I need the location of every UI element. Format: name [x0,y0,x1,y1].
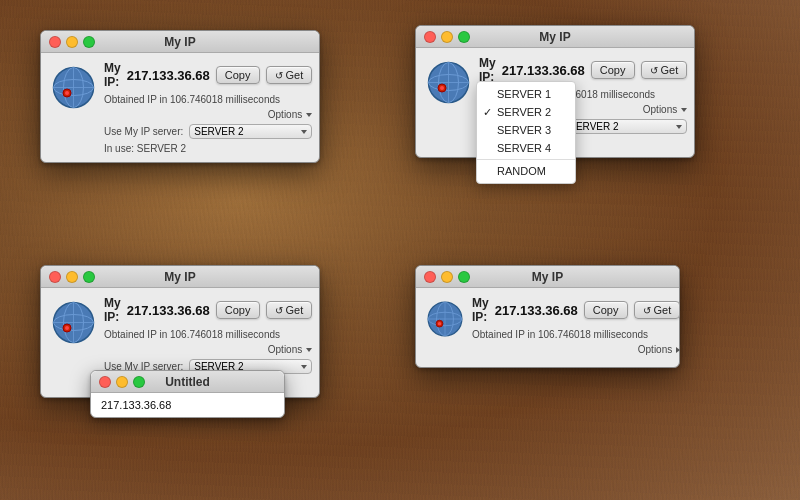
server-select-tr[interactable]: SERVER 2 [564,119,687,134]
refresh-icon-tr: ↺ [650,65,658,76]
server-chevron-tr [676,125,682,129]
get-button-br[interactable]: ↺ Get [634,301,681,319]
window-body-tr: My IP: 217.133.36.68 Copy ↺ Get Obtained… [416,48,694,157]
window-content-br: My IP: 217.133.36.68 Copy ↺ Get Obtained… [472,296,680,359]
minimize-button-bl[interactable] [66,271,78,283]
dropdown-item-server2[interactable]: SERVER 2 [477,103,575,121]
window-content-tr: My IP: 217.133.36.68 Copy ↺ Get Obtained… [479,56,687,149]
dropdown-item-server3[interactable]: SERVER 3 [477,121,575,139]
dropdown-item-server4[interactable]: SERVER 4 [477,139,575,157]
options-button-tl[interactable]: Options [268,109,312,120]
close-button-br[interactable] [424,271,436,283]
close-button-bl[interactable] [49,271,61,283]
options-row-bl: Options [104,344,312,355]
options-button-br[interactable]: Options [638,344,680,355]
title-bar-untitled: Untitled [91,371,284,393]
traffic-lights-bl [49,271,95,283]
traffic-lights-br [424,271,470,283]
obtained-text-br: Obtained IP in 106.746018 milliseconds [472,329,680,340]
maximize-button-br[interactable] [458,271,470,283]
window-body-br: My IP: 217.133.36.68 Copy ↺ Get Obtained… [416,288,679,367]
maximize-button-bl[interactable] [83,271,95,283]
maximize-button-untitled[interactable] [133,376,145,388]
title-bar-br: My IP [416,266,679,288]
globe-icon-bl [51,300,96,345]
ip-row-bl: My IP: 217.133.36.68 Copy ↺ Get [104,296,312,324]
dropdown-item-random[interactable]: RANDOM [477,162,575,180]
untitled-window: Untitled 217.133.36.68 [90,370,285,418]
server-select-tl[interactable]: SERVER 2 [189,124,312,139]
traffic-lights-untitled [99,376,145,388]
options-chevron-tr [681,108,687,112]
title-bar-bl: My IP [41,266,319,288]
options-chevron-bl [306,348,312,352]
options-row-br: Options [472,344,680,355]
get-button-tl[interactable]: ↺ Get [266,66,313,84]
server-chevron-bl [301,365,307,369]
in-use-tl: In use: SERVER 2 [104,143,312,154]
get-button-tr[interactable]: ↺ Get [641,61,688,79]
server-chevron-tl [301,130,307,134]
server-label-tl: Use My IP server: [104,126,183,137]
dropdown-item-server1[interactable]: SERVER 1 [477,85,575,103]
server-row-tl: Use My IP server: SERVER 2 [104,124,312,139]
traffic-lights-tl [49,36,95,48]
minimize-button-br[interactable] [441,271,453,283]
svg-point-20 [65,326,69,330]
refresh-icon-br: ↺ [643,305,651,316]
close-button-tr[interactable] [424,31,436,43]
close-button-tl[interactable] [49,36,61,48]
copy-button-br[interactable]: Copy [584,301,628,319]
svg-point-13 [440,86,444,90]
traffic-lights-tr [424,31,470,43]
window-content-tl: My IP: 217.133.36.68 Copy ↺ Get Obtained… [104,61,312,154]
options-chevron-tl [306,113,312,117]
copy-button-tr[interactable]: Copy [591,61,635,79]
main-window-top-left: My IP My IP: 217.133.36.68 [40,30,320,163]
dropdown-divider [477,159,575,160]
ip-label-br: My IP: [472,296,489,324]
options-button-bl[interactable]: Options [268,344,312,355]
ip-value-tl: 217.133.36.68 [127,68,210,83]
close-button-untitled[interactable] [99,376,111,388]
svg-point-6 [65,91,69,95]
options-row-tl: Options [104,109,312,120]
copy-button-tl[interactable]: Copy [216,66,260,84]
minimize-button-tr[interactable] [441,31,453,43]
maximize-button-tr[interactable] [458,31,470,43]
obtained-text-tl: Obtained IP in 106.746018 milliseconds [104,94,312,105]
ip-row-tl: My IP: 217.133.36.68 Copy ↺ Get [104,61,312,89]
refresh-icon-tl: ↺ [275,70,283,81]
ip-label-tl: My IP: [104,61,121,89]
maximize-button-tl[interactable] [83,36,95,48]
svg-point-27 [438,322,441,325]
globe-area-tr [426,56,471,107]
ip-value-bl: 217.133.36.68 [127,303,210,318]
ip-label-bl: My IP: [104,296,121,324]
ip-value-br: 217.133.36.68 [495,303,578,318]
untitled-content: 217.133.36.68 [101,399,274,411]
window-body-tl: My IP: 217.133.36.68 Copy ↺ Get Obtained… [41,53,319,162]
ip-value-tr: 217.133.36.68 [502,63,585,78]
refresh-icon-bl: ↺ [275,305,283,316]
ip-row-tr: My IP: 217.133.36.68 Copy ↺ Get [479,56,687,84]
options-chevron-br [676,347,680,353]
main-window-bottom-right: My IP My IP: 217.133.36.68 Copy [415,265,680,368]
globe-icon-tr [426,60,471,105]
untitled-body: 217.133.36.68 [91,393,284,417]
main-window-top-right: My IP My IP: 217.133.36.68 Copy [415,25,695,158]
minimize-button-tl[interactable] [66,36,78,48]
title-bar-tl: My IP [41,31,319,53]
minimize-button-untitled[interactable] [116,376,128,388]
globe-area-bl [51,296,96,347]
obtained-text-bl: Obtained IP in 106.746018 milliseconds [104,329,312,340]
get-button-bl[interactable]: ↺ Get [266,301,313,319]
ip-label-tr: My IP: [479,56,496,84]
globe-area-br [426,296,464,340]
globe-icon-tl [51,65,96,110]
title-bar-tr: My IP [416,26,694,48]
ip-row-br: My IP: 217.133.36.68 Copy ↺ Get [472,296,680,324]
options-button-tr[interactable]: Options [643,104,687,115]
server-dropdown-tr: SERVER 1 SERVER 2 SERVER 3 SERVER 4 RAND… [476,81,576,184]
copy-button-bl[interactable]: Copy [216,301,260,319]
